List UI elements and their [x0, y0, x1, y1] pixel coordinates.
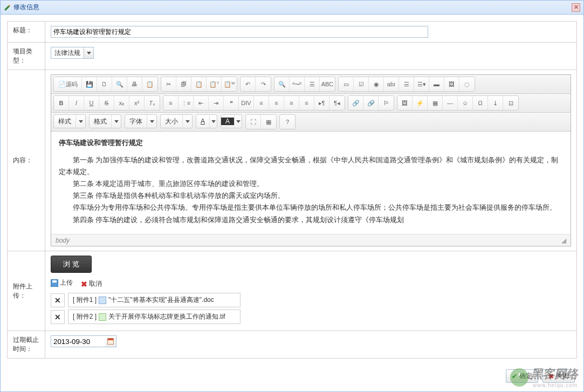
preview-button[interactable]: 🔍 — [112, 77, 127, 91]
image-button[interactable]: 🖼 — [397, 96, 413, 110]
smiley-button[interactable]: ☺ — [458, 96, 473, 110]
align-justify-button[interactable]: ≡ — [299, 96, 314, 110]
cut-button[interactable]: ✂ — [161, 77, 176, 91]
textarea-button[interactable]: ☰ — [399, 77, 414, 91]
ok-button[interactable]: ✔ 确定 — [506, 369, 538, 383]
radio-button[interactable]: ◉ — [369, 77, 384, 91]
div-button[interactable]: DIV — [239, 96, 254, 110]
undo-button[interactable]: ↶ — [241, 77, 256, 91]
iframe-button[interactable]: ⊡ — [503, 96, 518, 110]
bulleted-list-button[interactable]: ⋮≡ — [178, 96, 194, 110]
attachment-item[interactable]: [ 附件2 ] 关于开展停车场标志牌更换工作的通知.tif — [68, 310, 241, 324]
select-all-button[interactable]: ☰ — [305, 77, 320, 91]
paste-button[interactable]: 📋 — [191, 77, 207, 91]
expire-date-field[interactable] — [51, 335, 116, 347]
maximize-button[interactable]: ⛶ — [246, 115, 261, 129]
numbered-list-button[interactable]: ≡ — [163, 96, 178, 110]
specialchar-button[interactable]: Ω — [473, 96, 488, 110]
paste-word-button[interactable]: 📋ᵂ — [222, 77, 237, 91]
delete-attachment-button[interactable]: ✕ — [51, 310, 65, 324]
templates-button[interactable]: 📋 — [142, 77, 157, 91]
underline-button[interactable]: U — [84, 96, 99, 110]
imagebutton-button[interactable]: 🖼 — [444, 77, 459, 91]
watermark-url: www.heiqu.com — [533, 382, 578, 388]
outdent-button[interactable]: ⇤ — [194, 96, 209, 110]
title-label: 标题： — [8, 22, 45, 43]
unlink-button[interactable]: 🔗̷ — [363, 96, 379, 110]
link-button[interactable]: 🔗 — [348, 96, 363, 110]
editor-toolbar-row1: 📄源码 💾 🗋 🔍 🖶 📋 ✂ 🗐 — [51, 75, 571, 94]
remove-format-button[interactable]: Tₓ — [145, 96, 160, 110]
text-color-button[interactable]: A — [196, 114, 217, 128]
form-table: 标题： 项目类型： 法律法规 内容： — [7, 21, 577, 359]
upload-button[interactable]: 上传 — [51, 278, 73, 287]
cancel-upload-button[interactable]: ✖ 取消 — [81, 279, 102, 288]
select-button[interactable]: ☰▾ — [414, 77, 429, 91]
dropdown-arrow-icon[interactable] — [84, 47, 93, 58]
align-center-button[interactable]: ≡ — [269, 96, 284, 110]
replace-button[interactable]: ᵃ⤳ᵇ — [290, 77, 305, 91]
align-right-button[interactable]: ≡ — [284, 96, 299, 110]
title-input[interactable] — [51, 26, 428, 38]
attachment-list: ✕ [ 附件1 ] "十二五"将基本实现"县县通高速".doc ✕ — [51, 293, 571, 324]
show-blocks-button[interactable]: ▦ — [261, 115, 276, 129]
type-select[interactable]: 法律法规 — [51, 47, 94, 59]
about-button[interactable]: ? — [280, 115, 295, 129]
button-button[interactable]: ▬ — [429, 77, 444, 91]
attachment-prefix: [ 附件1 ] — [73, 295, 97, 305]
hr-button[interactable]: — — [443, 96, 458, 110]
expire-label: 过期截止时间： — [8, 331, 45, 359]
italic-button[interactable]: I — [69, 96, 84, 110]
checkbox-button[interactable]: ☑ — [354, 77, 369, 91]
format-combo[interactable]: 格式 — [89, 114, 121, 128]
resize-handle-icon[interactable]: ◢ — [561, 237, 566, 244]
pagebreak-button[interactable]: ⤓ — [488, 96, 503, 110]
content-title: 停车场建设和管理暂行规定 — [59, 137, 563, 149]
save-button[interactable]: 💾 — [82, 77, 97, 91]
copy-button[interactable]: 🗐 — [176, 77, 191, 91]
new-page-button[interactable]: 🗋 — [97, 77, 112, 91]
rich-text-editor: 📄源码 💾 🗋 🔍 🖶 📋 ✂ 🗐 — [51, 74, 571, 246]
style-combo[interactable]: 样式 — [53, 114, 86, 128]
save-icon — [51, 279, 58, 287]
font-combo[interactable]: 字体 — [125, 114, 157, 128]
rtl-button[interactable]: ¶◂ — [329, 96, 345, 110]
textfield-button[interactable]: abı — [384, 77, 399, 91]
subscript-button[interactable]: x₂ — [114, 96, 129, 110]
source-button[interactable]: 📄源码 — [54, 77, 82, 91]
calendar-trigger[interactable] — [105, 336, 116, 347]
delete-attachment-button[interactable]: ✕ — [51, 293, 65, 307]
expire-date-input[interactable] — [51, 336, 105, 347]
flash-button[interactable]: ⚡ — [413, 96, 428, 110]
align-left-button[interactable]: ≡ — [254, 96, 269, 110]
spellcheck-button[interactable]: ABC — [320, 77, 335, 91]
attachment-row: ✕ [ 附件2 ] 关于开展停车场标志牌更换工作的通知.tif — [51, 310, 571, 324]
dialog-title: 修改信息 — [13, 3, 39, 12]
redo-button[interactable]: ↷ — [256, 77, 271, 91]
form-button[interactable]: ▭ — [339, 77, 354, 91]
superscript-button[interactable]: x² — [129, 96, 145, 110]
close-button[interactable]: ✖ 关闭 — [542, 369, 575, 383]
bold-button[interactable]: B — [54, 96, 69, 110]
browse-button[interactable]: 浏 览 — [51, 256, 92, 273]
editor-toolbar-row3: 样式 格式 字体 — [51, 113, 571, 132]
attachment-filename: 关于开展停车场标志牌更换工作的通知.tif — [108, 312, 225, 321]
attachment-row: ✕ [ 附件1 ] "十二五"将基本实现"县县通高速".doc — [51, 293, 571, 307]
dialog-close-button[interactable]: ✕ — [572, 3, 580, 12]
strike-button[interactable]: S — [99, 96, 114, 110]
close-icon: ✖ — [548, 373, 554, 380]
paste-text-button[interactable]: 📋ᵀ — [207, 77, 222, 91]
size-combo[interactable]: 大小 — [160, 114, 193, 128]
hiddenfield-button[interactable]: ◌ — [459, 77, 475, 91]
editor-elements-path[interactable]: body ◢ — [51, 234, 571, 246]
ltr-button[interactable]: ▸¶ — [314, 96, 329, 110]
attachment-item[interactable]: [ 附件1 ] "十二五"将基本实现"县县通高速".doc — [68, 293, 241, 307]
anchor-button[interactable]: 🏳 — [379, 96, 394, 110]
bg-color-button[interactable]: A — [221, 114, 242, 128]
blockquote-button[interactable]: ❝ — [224, 96, 239, 110]
find-button[interactable]: 🔍 — [274, 77, 290, 91]
indent-button[interactable]: ⇥ — [209, 96, 224, 110]
print-button[interactable]: 🖶 — [127, 77, 142, 91]
editor-content-area[interactable]: 停车场建设和管理暂行规定 第一条 为加强停车场的建设和管理，改善道路交通状况，保… — [51, 132, 571, 234]
table-button[interactable]: ▦ — [428, 96, 443, 110]
